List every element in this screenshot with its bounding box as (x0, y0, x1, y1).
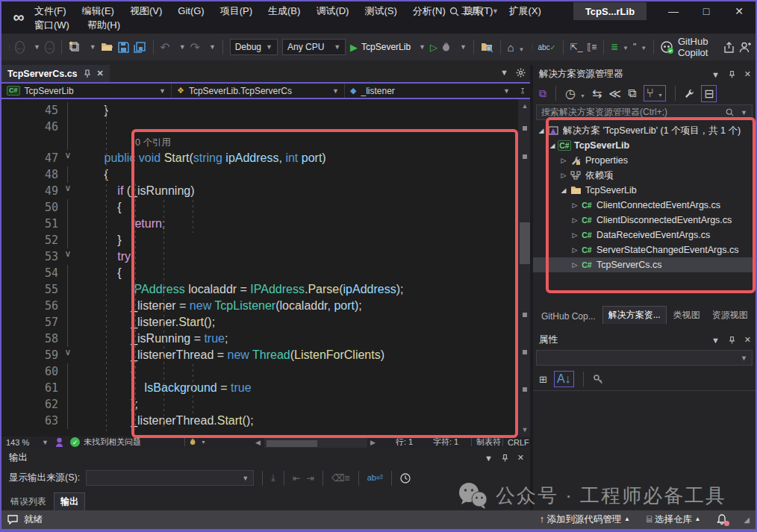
next-message-icon[interactable]: ⇥ (306, 472, 314, 484)
comment-lines-icon[interactable]: "▼ (633, 42, 647, 52)
member-dropdown[interactable]: ◆ _listener ▼ (345, 84, 515, 98)
pin-icon[interactable] (84, 69, 91, 78)
menu-item[interactable]: 窗口(W) (34, 19, 69, 32)
menu-item[interactable]: 帮助(H) (87, 19, 120, 32)
menu-item[interactable]: 视图(V) (130, 4, 162, 18)
close-icon[interactable]: ✕ (517, 453, 524, 463)
gear-icon[interactable] (516, 68, 526, 78)
zoom-level[interactable]: 143 % (6, 436, 29, 448)
tool-tab[interactable]: 解决方案资... (602, 306, 667, 324)
line-ending-indicator[interactable]: CRLF (508, 436, 529, 448)
chevron-down-icon[interactable]: ▼ (42, 436, 49, 448)
sync-with-active-document-icon[interactable]: ⇆ (592, 87, 602, 101)
tool-tab[interactable]: 资源视图 (707, 307, 753, 324)
github-copilot-button[interactable]: GitHub Copilot (661, 36, 719, 58)
hot-reload-icon[interactable] (442, 42, 451, 53)
wrench-icon[interactable] (685, 89, 694, 98)
minimize-button[interactable]: — (657, 1, 690, 21)
menu-item[interactable]: 生成(B) (268, 4, 300, 18)
property-pages-icon[interactable] (593, 374, 603, 384)
close-button[interactable]: ✕ (723, 1, 756, 21)
previous-message-icon[interactable]: ⇤ (293, 472, 300, 484)
panel-tab[interactable]: 输出 (54, 492, 85, 511)
timestamp-icon[interactable] (400, 473, 411, 484)
pin-icon[interactable] (729, 70, 735, 78)
panel-tab[interactable]: 错误列表 (4, 493, 52, 510)
save-all-icon[interactable] (134, 42, 146, 53)
scrollbar-thumb[interactable] (520, 222, 530, 264)
new-project-icon[interactable] (69, 41, 81, 53)
close-icon[interactable]: ✕ (744, 335, 751, 345)
collapse-all-icon[interactable]: ≪ (608, 87, 621, 101)
hot-reload-status-icon[interactable]: ▼ (190, 436, 206, 448)
chevron-down-icon[interactable]: ▼ (179, 43, 186, 51)
toolbar-drag-handle[interactable]: ⋮⋮ (6, 46, 10, 48)
categorized-icon[interactable]: ⊞ (539, 374, 547, 385)
cursor-char-indicator[interactable]: 字符: 1 (433, 436, 458, 448)
menu-item[interactable]: 文件(F) (34, 4, 66, 18)
menu-item[interactable]: Git(G) (178, 5, 204, 16)
start-without-debugging-icon[interactable]: ▷ (430, 42, 437, 53)
solution-name-badge[interactable]: TcpS...rLib (573, 2, 647, 20)
spell-check-icon[interactable]: abc✓ (538, 43, 556, 51)
cursor-line-indicator[interactable]: 行: 1 (396, 436, 413, 448)
maximize-button[interactable]: □ (690, 1, 723, 21)
chevron-down-icon[interactable]: ▼ (741, 109, 747, 116)
feedback-icon[interactable] (55, 436, 63, 448)
configuration-dropdown[interactable]: Debug▼ (230, 39, 278, 55)
start-debugging-button[interactable]: ▶ TcpSeverLib ▼ (350, 42, 426, 53)
navigate-back-icon[interactable]: ← (15, 41, 25, 54)
chevron-down-icon[interactable]: ▼ (460, 43, 467, 51)
properties-object-dropdown[interactable]: ▼ (536, 350, 753, 366)
solution-explorer-header[interactable]: 解决方案资源管理器 ▼ ✕ (539, 68, 751, 81)
select-repository-button[interactable]: ⌸ 选择仓库 ▲ (647, 513, 700, 526)
alphabetical-sort-icon[interactable]: A↓ (554, 371, 574, 387)
find-in-files-icon[interactable] (481, 42, 493, 52)
toolbar-drag-handle[interactable]: ⋮⋮ (529, 46, 533, 48)
solution-home-icon[interactable]: ⌂▼ (507, 41, 524, 54)
type-dropdown[interactable]: ❖ TcpSeverLib.TcpServerCs ▼ (172, 84, 345, 98)
notifications-bell-icon[interactable] (717, 514, 727, 525)
clear-all-icon[interactable]: ⌫≡ (331, 472, 350, 484)
close-icon[interactable]: ✕ (744, 69, 751, 79)
menu-item[interactable]: 扩展(X) (508, 4, 541, 18)
project-dropdown[interactable]: C# TcpSeverLib ▼ (1, 84, 172, 98)
fold-chevron-icon[interactable]: ∨ (58, 150, 78, 166)
fold-chevron-icon[interactable]: ∨ (58, 183, 78, 199)
pending-changes-filter-icon[interactable]: ◷▼ (565, 87, 585, 101)
tool-tab[interactable]: GitHub Cop... (536, 309, 601, 324)
menu-item[interactable]: 编辑(E) (82, 4, 114, 18)
redo-icon[interactable]: ↷ (190, 40, 200, 54)
indentation-indicator[interactable]: 制表符 (476, 436, 501, 448)
tab-tcpservercs[interactable]: TcpServerCs.cs ✕ (1, 65, 110, 82)
chevron-down-icon[interactable]: ▼ (485, 454, 493, 463)
close-tab-icon[interactable]: ✕ (97, 69, 104, 78)
tool-tab[interactable]: 类视图 (668, 307, 705, 324)
chevron-down-icon[interactable]: ▼ (90, 43, 96, 51)
add-to-source-control-button[interactable]: ↑ 添加到源代码管理 ▲ (540, 513, 630, 526)
navigate-forward-icon[interactable]: → (45, 41, 54, 54)
open-folder-icon[interactable] (101, 42, 113, 52)
goto-definition-icon[interactable]: ⇱_ (570, 42, 583, 52)
hscroll-right-icon[interactable]: ▶ (370, 436, 376, 448)
format-document-icon[interactable]: ⟦≡ (587, 42, 596, 52)
chevron-down-icon[interactable]: ▼ (209, 43, 216, 51)
platform-dropdown[interactable]: Any CPU▼ (282, 39, 346, 55)
share-icon[interactable] (723, 42, 735, 53)
feedback-bubble-icon[interactable] (7, 515, 18, 525)
chevron-down-icon[interactable]: ▼ (34, 43, 40, 51)
tab-list-chevron-icon[interactable]: ▼ (500, 68, 508, 78)
switch-views-icon[interactable]: ⧉ (539, 87, 546, 100)
search-icon[interactable] (726, 108, 734, 116)
fold-chevron-icon[interactable]: ∨ (58, 347, 78, 363)
scrollbar-thumb[interactable] (267, 440, 317, 447)
properties-pages-icon[interactable]: ⧉ (628, 87, 636, 100)
show-all-files-icon[interactable]: ⑂▼ (644, 85, 667, 101)
menu-item[interactable]: 测试(S) (364, 4, 396, 18)
word-wrap-icon[interactable]: ab⏎ (367, 473, 383, 483)
resize-grip[interactable]: ◢ (744, 516, 750, 524)
pin-icon[interactable] (502, 454, 508, 462)
menu-item[interactable]: 项目(P) (220, 4, 252, 18)
code-health-indicator[interactable]: ✓ 未找到相关问题 (70, 436, 141, 448)
undo-icon[interactable]: ↶ (160, 40, 169, 54)
